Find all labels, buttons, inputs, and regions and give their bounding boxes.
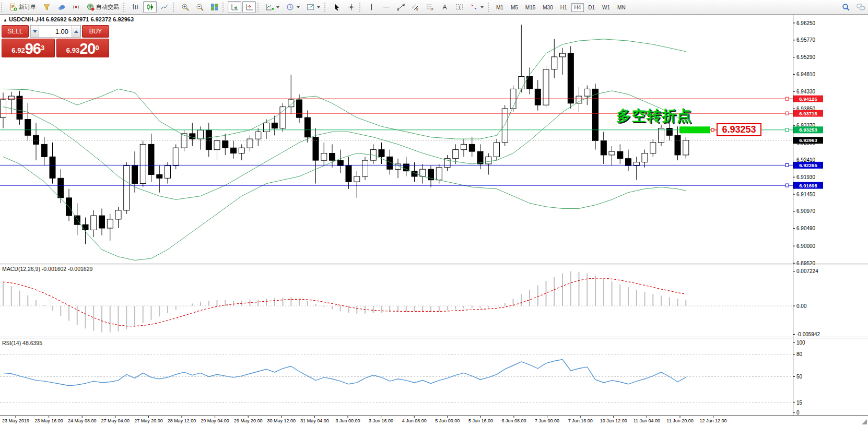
sell-price-point: 3 [41, 39, 44, 57]
svg-text:6.91698: 6.91698 [799, 183, 817, 188]
svg-text:24 May 08:00: 24 May 08:00 [68, 418, 97, 423]
funnel-icon [42, 3, 51, 11]
volume-input[interactable] [39, 26, 72, 37]
search-button[interactable] [839, 1, 853, 13]
svg-text:11 Jun 20:00: 11 Jun 20:00 [666, 418, 693, 423]
periods-button[interactable] [283, 1, 302, 13]
zoom-in-button[interactable] [178, 1, 192, 13]
price-callout-box[interactable]: 6.93253 [717, 123, 761, 136]
collapse-panel-icon[interactable]: ▲ [3, 18, 7, 22]
crosshair-icon [347, 3, 355, 11]
trendline-tool[interactable] [394, 1, 407, 13]
chat-icon [857, 3, 865, 11]
buy-price-pips: 20 [79, 41, 95, 56]
indicators-icon [265, 3, 274, 11]
text-tool[interactable]: A [438, 1, 451, 13]
search-icon [842, 3, 850, 11]
chat-button[interactable] [854, 1, 867, 13]
new-order-label: 新订单 [19, 3, 36, 11]
templates-button[interactable] [303, 1, 323, 13]
toolbar-grip [1, 3, 5, 12]
svg-text:6 Jun 08:00: 6 Jun 08:00 [501, 418, 526, 423]
svg-text:A: A [442, 4, 447, 11]
svg-text:3 Jun 16:00: 3 Jun 16:00 [369, 418, 393, 423]
signals-button[interactable] [69, 1, 83, 13]
sell-price-display[interactable]: 6.92963 [2, 39, 55, 57]
autotrade-button[interactable]: 自动交易 [84, 1, 122, 13]
timeframe-M1[interactable]: M1 [493, 3, 507, 12]
bollinger-middle [3, 91, 686, 199]
svg-text:6.94810: 6.94810 [796, 72, 816, 77]
toolbar-grip [257, 3, 261, 12]
svg-text:31 May 04:00: 31 May 04:00 [300, 418, 329, 423]
history-center-button[interactable] [40, 1, 53, 13]
cursor-icon [332, 3, 341, 11]
dropdown-caret [276, 6, 279, 8]
horizontal-line-tool[interactable] [379, 1, 393, 13]
arrows-icon [470, 3, 478, 11]
main-toolbar: 新订单 自动交易 [0, 0, 868, 15]
new-order-button[interactable]: 新订单 [6, 1, 39, 13]
macd-signal-line [3, 278, 686, 326]
candlestick-chart-button[interactable] [143, 1, 157, 13]
buy-price-point: 0 [95, 39, 99, 57]
svg-text:6.93718: 6.93718 [799, 111, 817, 116]
svg-text:28 May 12:00: 28 May 12:00 [168, 418, 196, 423]
svg-text:0.007224: 0.007224 [796, 268, 818, 274]
crosshair-button[interactable] [344, 1, 358, 13]
svg-text:12 Jun 12:00: 12 Jun 12:00 [700, 418, 727, 423]
timeframe-H1[interactable]: H1 [557, 3, 570, 12]
candlesticks [1, 25, 689, 244]
buy-price-display[interactable]: 6.93200 [56, 39, 110, 57]
arrows-tool[interactable] [467, 1, 486, 13]
volume-increase-button[interactable] [72, 26, 80, 37]
sell-button[interactable]: SELL [2, 25, 29, 38]
chart-shift-button[interactable] [242, 1, 256, 13]
time-axis: 23 May 201923 May 16:0024 May 08:0027 Ma… [2, 416, 727, 423]
svg-text:27 May 20:00: 27 May 20:00 [134, 418, 163, 423]
svg-text:0: 0 [796, 410, 800, 416]
bar-chart-button[interactable] [128, 1, 142, 13]
buy-button[interactable]: BUY [82, 25, 109, 38]
fibonacci-tool[interactable]: F [423, 1, 437, 13]
chart-canvas[interactable]: 6.962506.957706.952906.948106.943306.938… [0, 0, 868, 426]
svg-text:29 May 04:00: 29 May 04:00 [201, 418, 229, 423]
resize-grip[interactable] [862, 419, 867, 424]
cloud-icon [57, 3, 65, 11]
chevron-up-icon [74, 30, 78, 33]
publisher-button[interactable] [54, 1, 68, 13]
timeframe-M15[interactable]: M15 [522, 3, 538, 12]
svg-text:4 Jun 08:00: 4 Jun 08:00 [402, 418, 427, 423]
candlestick-chart-icon [146, 3, 154, 11]
symbol-ohlc-text: USDCNH-,H4 6.92692 6.92971 6.92372 6.929… [9, 16, 134, 22]
timeframe-H4[interactable]: H4 [571, 3, 584, 12]
vertical-line-tool[interactable] [365, 1, 378, 13]
svg-text:3 Jun 00:00: 3 Jun 00:00 [335, 418, 360, 423]
autoscroll-button[interactable] [228, 1, 241, 13]
zoom-out-button[interactable] [193, 1, 206, 13]
timeframe-D1[interactable]: D1 [585, 3, 598, 12]
svg-text:6.96250: 6.96250 [796, 20, 816, 26]
vertical-line-icon [367, 3, 376, 11]
line-chart-button[interactable] [158, 1, 171, 13]
dropdown-caret [297, 6, 300, 8]
zoom-out-icon [195, 3, 204, 11]
cursor-button[interactable] [330, 1, 343, 13]
svg-text:T: T [458, 5, 461, 10]
macd-histogram [3, 271, 686, 333]
chevron-down-icon [33, 30, 37, 33]
volume-decrease-button[interactable] [30, 26, 39, 37]
svg-text:6.95290: 6.95290 [796, 54, 816, 60]
svg-text:10 Jun 12:00: 10 Jun 12:00 [600, 418, 627, 423]
timeframe-W1[interactable]: W1 [599, 3, 613, 12]
highlight-block[interactable] [679, 126, 710, 133]
timeframe-M5[interactable]: M5 [508, 3, 521, 12]
timeframe-M30[interactable]: M30 [539, 3, 556, 12]
text-label-tool[interactable]: T [452, 1, 466, 13]
indicators-button[interactable] [263, 1, 282, 13]
turning-point-annotation[interactable]: 多空转折点 [616, 106, 692, 126]
tile-windows-button[interactable] [207, 1, 221, 13]
equidistant-channel-tool[interactable]: E [408, 1, 422, 13]
svg-text:0.00: 0.00 [796, 303, 807, 309]
timeframe-MN[interactable]: MN [614, 3, 629, 12]
